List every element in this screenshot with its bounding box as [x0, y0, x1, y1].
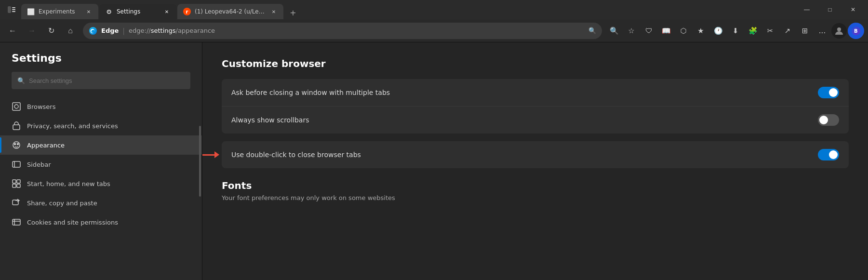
- forward-button[interactable]: →: [23, 22, 40, 40]
- arrow-indicator: [202, 151, 219, 158]
- svg-point-4: [89, 27, 97, 35]
- share-label: Share, copy and paste: [27, 200, 97, 207]
- share-nav-icon: [12, 198, 21, 208]
- tab-settings[interactable]: ⚙ Settings ✕: [99, 4, 176, 19]
- tab-reddit[interactable]: r (1) Leopeva64-2 (u/Leopeva64-2 ✕: [177, 4, 283, 19]
- sidebar-item-cookies[interactable]: Cookies and site permissions: [0, 213, 202, 232]
- search-box[interactable]: 🔍: [12, 72, 190, 89]
- svg-rect-16: [13, 180, 16, 183]
- svg-rect-17: [17, 180, 20, 183]
- settings-tab-label: Settings: [117, 8, 159, 15]
- settings-more-button[interactable]: ...: [814, 23, 830, 39]
- downloads-button[interactable]: ⬇: [727, 23, 744, 39]
- address-bar[interactable]: Edge | edge://settings/appearance 🔍: [83, 23, 602, 39]
- fonts-description: Your font preferences may only work on s…: [222, 194, 849, 201]
- svg-rect-19: [17, 184, 20, 187]
- collections-button[interactable]: ⬡: [675, 23, 692, 39]
- sidebar-item-privacy[interactable]: Privacy, search, and services: [0, 116, 202, 135]
- always-show-scrollbars-label: Always show scrollbars: [231, 116, 818, 124]
- double-click-close-toggle-thumb: [829, 150, 838, 159]
- svg-rect-10: [13, 125, 20, 130]
- address-path: /appearance: [176, 27, 215, 34]
- experiments-tab-icon: ⬜: [27, 8, 35, 15]
- double-click-close-label: Use double-click to close browser tabs: [231, 151, 818, 159]
- svg-rect-22: [13, 219, 20, 225]
- svg-rect-18: [13, 184, 16, 187]
- new-tab-button[interactable]: +: [286, 6, 300, 19]
- settings-tab-close[interactable]: ✕: [163, 8, 171, 15]
- ask-before-closing-row: Ask before closing a window with multipl…: [222, 79, 849, 107]
- appearance-label: Appearance: [27, 142, 65, 149]
- search-input[interactable]: [29, 77, 185, 84]
- favorites-bar-button[interactable]: ★: [693, 23, 709, 39]
- web-capture-button[interactable]: ✂: [762, 23, 778, 39]
- edge-logo-icon: [89, 27, 97, 35]
- share-button[interactable]: ↗: [779, 23, 796, 39]
- fonts-title: Fonts: [222, 180, 849, 191]
- reddit-tab-close[interactable]: ✕: [270, 8, 278, 15]
- tab-experiments[interactable]: ⬜ Experiments ✕: [21, 4, 98, 19]
- always-show-scrollbars-row: Always show scrollbars: [222, 107, 849, 133]
- address-domain: edge://: [129, 27, 151, 34]
- sidebar-item-sidebar[interactable]: Sidebar: [0, 155, 202, 174]
- back-button[interactable]: ←: [4, 22, 21, 40]
- cookies-icon: [12, 217, 21, 227]
- sidebar-toggle[interactable]: [4, 2, 19, 17]
- bing-button[interactable]: B: [848, 23, 864, 39]
- more-tools-button[interactable]: ⊞: [797, 23, 813, 39]
- ask-before-closing-label: Ask before closing a window with multipl…: [231, 89, 818, 96]
- svg-rect-14: [13, 161, 20, 167]
- experiments-tab-close[interactable]: ✕: [85, 8, 93, 15]
- settings-card-1: Ask before closing a window with multipl…: [222, 79, 849, 133]
- double-click-close-toggle[interactable]: [818, 149, 839, 160]
- history-button[interactable]: 🕐: [710, 23, 726, 39]
- tab-group: ⬜ Experiments ✕ ⚙ Settings ✕ r (1) Leope…: [21, 0, 794, 19]
- window-controls: — □ ✕: [796, 2, 864, 17]
- svg-text:B: B: [854, 28, 858, 34]
- svg-rect-3: [12, 11, 15, 12]
- section-title: Customize browser: [222, 58, 849, 69]
- address-domain-settings: settings: [151, 27, 176, 34]
- titlebar: ⬜ Experiments ✕ ⚙ Settings ✕ r (1) Leope…: [0, 0, 868, 19]
- start-home-label: Start, home, and new tabs: [27, 180, 110, 187]
- ask-before-closing-toggle[interactable]: [818, 87, 839, 98]
- browser-essentials-button[interactable]: 🛡: [641, 23, 657, 39]
- appearance-icon: [12, 140, 21, 150]
- start-home-icon: [12, 179, 21, 188]
- refresh-button[interactable]: ↻: [42, 22, 60, 40]
- zoom-button[interactable]: 🔍: [606, 23, 622, 39]
- sidebar-label: Sidebar: [27, 161, 51, 168]
- svg-point-9: [14, 105, 18, 108]
- favorites-button[interactable]: ☆: [623, 23, 640, 39]
- sidebar-item-browsers[interactable]: Browsers: [0, 97, 202, 116]
- double-click-close-row: Use double-click to close browser tabs: [222, 141, 849, 168]
- maximize-button[interactable]: □: [819, 2, 841, 17]
- sidebar-item-share[interactable]: Share, copy and paste: [0, 193, 202, 213]
- settings-nav: Browsers Privacy, search, and services: [0, 97, 202, 232]
- navbar: ← → ↻ ⌂ Edge | edge://settings/appearanc…: [0, 19, 868, 42]
- extensions-button[interactable]: 🧩: [745, 23, 761, 39]
- svg-rect-1: [12, 7, 15, 8]
- always-show-scrollbars-toggle-thumb: [819, 116, 828, 124]
- address-text: edge://settings/appearance: [129, 27, 585, 34]
- svg-rect-2: [12, 9, 15, 10]
- always-show-scrollbars-toggle[interactable]: [818, 114, 839, 126]
- experiments-tab-label: Experiments: [39, 8, 81, 15]
- profile-button[interactable]: [831, 23, 847, 39]
- minimize-button[interactable]: —: [796, 2, 818, 17]
- sidebar-nav-icon: [12, 160, 21, 169]
- scrollbar-thumb[interactable]: [199, 126, 201, 197]
- close-button[interactable]: ✕: [842, 2, 864, 17]
- svg-rect-8: [13, 103, 20, 110]
- arrow-body: [202, 154, 214, 156]
- search-icon: 🔍: [17, 77, 25, 84]
- svg-rect-0: [8, 6, 11, 13]
- address-zoom-icon: 🔍: [588, 27, 596, 34]
- home-button[interactable]: ⌂: [62, 22, 79, 40]
- settings-sidebar: Settings 🔍 Browsers: [0, 42, 202, 280]
- sidebar-item-appearance[interactable]: Appearance: [0, 135, 202, 155]
- reddit-tab-icon: r: [183, 8, 191, 15]
- read-aloud-button[interactable]: 📖: [658, 23, 674, 39]
- settings-card-2: Use double-click to close browser tabs: [222, 141, 849, 168]
- sidebar-item-start-home[interactable]: Start, home, and new tabs: [0, 174, 202, 193]
